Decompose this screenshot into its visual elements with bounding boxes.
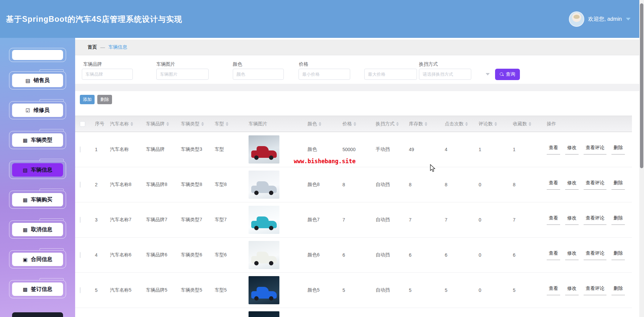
- filter-image-input[interactable]: [156, 69, 209, 80]
- action-view-button[interactable]: 查看: [547, 180, 560, 190]
- car-image[interactable]: [249, 206, 279, 234]
- sort-caret-icon[interactable]: [130, 122, 133, 126]
- cell-price: 5: [342, 288, 376, 293]
- delete-button[interactable]: 删除: [97, 95, 112, 104]
- action-edit-button[interactable]: 修改: [565, 215, 579, 225]
- sort-caret-icon[interactable]: [166, 122, 169, 126]
- action-edit-button[interactable]: 修改: [565, 145, 579, 154]
- action-comments-button[interactable]: 查看评论: [584, 250, 606, 260]
- sort-caret-icon[interactable]: [425, 122, 427, 126]
- action-view-button[interactable]: 查看: [547, 215, 560, 225]
- sort-caret-icon[interactable]: [465, 122, 468, 126]
- sidebar-item-contract-info[interactable]: ▣ 合同信息: [12, 253, 63, 266]
- action-comments-button[interactable]: 查看评论: [584, 215, 606, 225]
- row-checkbox[interactable]: [80, 146, 80, 152]
- filter-gear-select[interactable]: 请选择换挡方式: [419, 69, 471, 80]
- column-header-name[interactable]: 汽车名称: [110, 121, 146, 127]
- sidebar-item-cancel-info[interactable]: ▦ 取消信息: [12, 223, 63, 236]
- row-checkbox[interactable]: [80, 287, 80, 293]
- car-image[interactable]: [249, 135, 279, 164]
- sort-caret-icon[interactable]: [529, 122, 531, 126]
- search-button[interactable]: 查询: [495, 69, 520, 80]
- column-header-index: 序号: [95, 121, 110, 127]
- sidebar-item-sign-info[interactable]: ▩ 签订信息: [12, 282, 63, 296]
- sort-caret-icon[interactable]: [396, 122, 399, 126]
- select-all-checkbox[interactable]: [80, 121, 85, 127]
- breadcrumb-current[interactable]: 车辆信息: [108, 44, 127, 50]
- sidebar-item-label: 车辆信息: [31, 167, 52, 174]
- action-delete-button[interactable]: 删除: [611, 145, 625, 154]
- column-header-favs[interactable]: 收藏数: [513, 121, 547, 127]
- page-scrollbar[interactable]: [639, 0, 644, 317]
- add-button[interactable]: 添加: [80, 95, 95, 104]
- action-delete-button[interactable]: 删除: [611, 286, 625, 295]
- filter-color-input[interactable]: [233, 69, 284, 80]
- action-comments-button[interactable]: 查看评论: [584, 180, 606, 190]
- column-header-image: 车辆图片: [249, 121, 308, 127]
- action-comments-button[interactable]: 查看评论: [584, 145, 606, 154]
- cell-stock: 49: [409, 147, 445, 152]
- column-header-comments[interactable]: 评论数: [479, 121, 513, 127]
- user-menu[interactable]: 欢迎您, admin: [569, 11, 631, 27]
- column-header-gear[interactable]: 换挡方式: [376, 121, 409, 127]
- screen: 基于SpringBoot的汽车4S店管理系统设计与实现 欢迎您, admin ▤…: [0, 0, 644, 317]
- car-silhouette: [251, 150, 277, 158]
- action-view-button[interactable]: 查看: [547, 286, 560, 295]
- sidebar-item-vehicle-purchase[interactable]: ▦ 车辆购买: [12, 193, 63, 206]
- cell-gear: 自动挡: [376, 182, 409, 188]
- cell-clicks: 6: [445, 252, 479, 258]
- column-header-model[interactable]: 车型: [215, 121, 249, 127]
- filter-color-label: 颜色: [233, 61, 242, 67]
- filter-brand-input[interactable]: [82, 69, 133, 80]
- cell-index: 3: [95, 217, 110, 223]
- column-header-stock[interactable]: 库存数: [409, 121, 445, 127]
- action-edit-button[interactable]: 修改: [565, 286, 579, 295]
- sidebar-item-label: 车辆购买: [31, 196, 52, 203]
- car-image[interactable]: [249, 171, 279, 199]
- sort-caret-icon[interactable]: [354, 122, 356, 126]
- sidebar-item-vehicle-info[interactable]: ▧ 车辆信息: [12, 163, 63, 177]
- sidebar-item-partial-top[interactable]: [12, 50, 63, 60]
- action-view-button[interactable]: 查看: [547, 250, 560, 260]
- action-delete-button[interactable]: 删除: [611, 180, 625, 190]
- row-checkbox[interactable]: [80, 252, 80, 258]
- select-chevron-down-icon[interactable]: [486, 73, 490, 75]
- action-delete-button[interactable]: 删除: [611, 250, 625, 260]
- car-image[interactable]: [249, 311, 279, 317]
- breadcrumb: 首页 — 车辆信息: [75, 40, 639, 55]
- cell-stock: 6: [409, 252, 445, 258]
- sort-caret-icon[interactable]: [226, 122, 228, 126]
- column-header-color[interactable]: 颜色: [308, 121, 342, 127]
- scrollbar-thumb[interactable]: [640, 3, 643, 168]
- avatar[interactable]: [569, 11, 584, 27]
- action-edit-button[interactable]: 修改: [565, 180, 579, 190]
- filter-price-max-input[interactable]: [364, 69, 417, 80]
- breadcrumb-home[interactable]: 首页: [88, 44, 97, 50]
- chevron-down-icon[interactable]: [626, 18, 631, 20]
- action-view-button[interactable]: 查看: [547, 145, 560, 154]
- sidebar-item-salesperson[interactable]: ▤ 销售员: [12, 74, 63, 87]
- filter-price-label: 价格: [299, 61, 308, 67]
- column-header-type[interactable]: 车辆类型: [181, 121, 215, 127]
- cell-type: 车辆类型3: [181, 146, 215, 152]
- action-delete-button[interactable]: 删除: [611, 215, 625, 225]
- sort-caret-icon[interactable]: [319, 122, 321, 126]
- row-checkbox[interactable]: [80, 182, 80, 188]
- column-header-clicks[interactable]: 点击次数: [445, 121, 479, 127]
- app-title: 基于SpringBoot的汽车4S店管理系统设计与实现: [6, 14, 182, 24]
- filter-price-min-input[interactable]: [299, 69, 350, 80]
- sidebar-item-repairman[interactable]: ☑ 维修员: [12, 104, 63, 117]
- column-header-brand[interactable]: 车辆品牌: [146, 121, 181, 127]
- sort-caret-icon[interactable]: [494, 122, 497, 126]
- action-edit-button[interactable]: 修改: [565, 250, 579, 260]
- column-header-price[interactable]: 价格: [342, 121, 376, 127]
- sidebar-item-vehicle-type[interactable]: ▦ 车辆类型: [12, 133, 63, 147]
- cell-color: 颜色7: [308, 217, 342, 223]
- sidebar-item-partial-bottom[interactable]: [12, 312, 63, 317]
- action-comments-button[interactable]: 查看评论: [584, 286, 606, 295]
- row-checkbox[interactable]: [80, 217, 80, 223]
- car-image[interactable]: [249, 241, 279, 269]
- cell-price: 8: [342, 182, 376, 187]
- sort-caret-icon[interactable]: [201, 122, 204, 126]
- car-image[interactable]: [249, 276, 279, 304]
